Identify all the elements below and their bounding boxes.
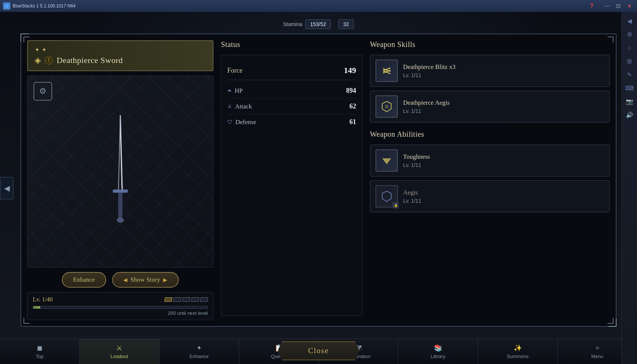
diamond-1 bbox=[164, 297, 172, 302]
weapon-name: Deathpierce Sword bbox=[57, 56, 123, 65]
skills-panel: Weapon Skills Deathpierce B bbox=[370, 40, 610, 320]
game-area: Stamina 153/52 32 ◀ ▶ ✦ ✦ ◈ bbox=[0, 12, 637, 364]
level-bar bbox=[33, 306, 208, 309]
skill-icon-aegis: II bbox=[375, 95, 398, 118]
maximize-button[interactable]: ⊡ bbox=[614, 3, 623, 9]
bluestacks-logo bbox=[3, 2, 10, 10]
force-value: 149 bbox=[344, 66, 356, 75]
sidebar-icon-1[interactable]: ◀ bbox=[624, 15, 636, 27]
nav-label-loadout: Loadout bbox=[111, 354, 128, 359]
sidebar-icon-5[interactable]: ✎ bbox=[624, 69, 636, 80]
nav-item-enhance[interactable]: ✦ Enhance bbox=[159, 339, 239, 364]
defense-icon: 🛡 bbox=[227, 119, 232, 125]
weapon-header: ✦ ✦ ◈ ! Deathpierce Sword bbox=[27, 40, 213, 71]
nav-icon-top: ◼ bbox=[37, 344, 42, 352]
show-story-label: Show Story bbox=[130, 276, 160, 283]
minimize-button[interactable]: — bbox=[603, 3, 612, 9]
attack-label: ⚔ Attack bbox=[227, 103, 252, 110]
sidebar-icon-2[interactable]: ⚙ bbox=[624, 28, 636, 40]
stamina-value: 153/52 bbox=[305, 19, 331, 29]
nav-item-loadout[interactable]: ⚔ Loadout bbox=[80, 339, 159, 364]
nav-label-menu: Menu bbox=[591, 354, 603, 359]
level-next-text: 200 until next level bbox=[33, 310, 208, 316]
attack-value: 62 bbox=[349, 102, 356, 110]
close-button[interactable]: Close bbox=[278, 341, 359, 360]
stats-container: Force 149 ❧ HP 894 ⚔ bbox=[221, 55, 362, 316]
skill-name-aegis: Deathpierce Aegis bbox=[403, 99, 604, 107]
ability-name-aegis-locked: Aegis bbox=[403, 189, 604, 196]
nav-icon-enhance: ✦ bbox=[196, 344, 202, 352]
skill-info-blitz: Deathpierce Blitz x3 Lv. 1/11 bbox=[403, 63, 604, 78]
nav-label-summons: Summons bbox=[507, 354, 529, 359]
weapon-quality-icon: ◈ bbox=[35, 56, 41, 65]
weapon-warning-icon: ! bbox=[45, 56, 53, 64]
status-panel: Status Force 149 ❧ HP 894 bbox=[221, 40, 362, 320]
corner-bl bbox=[23, 318, 29, 324]
show-story-button[interactable]: ◀ Show Story ▶ bbox=[112, 272, 179, 288]
weapon-skills-section: Weapon Skills Deathpierce B bbox=[370, 40, 610, 123]
ability-name-toughness: Toughness bbox=[403, 153, 604, 161]
svg-text:II: II bbox=[385, 104, 389, 109]
story-arrow-left: ◀ bbox=[123, 277, 128, 283]
level-bar-fill bbox=[33, 306, 40, 308]
attack-icon: ⚔ bbox=[227, 103, 232, 110]
sidebar-icon-7[interactable]: 📷 bbox=[624, 95, 636, 107]
lock-symbol: ⚙ bbox=[39, 86, 47, 96]
svg-marker-0 bbox=[4, 4, 9, 8]
ability-level-toughness: Lv. 1/11 bbox=[403, 162, 604, 168]
nav-item-top[interactable]: ◼ Top bbox=[0, 339, 80, 364]
force-stat-row: Force 149 bbox=[227, 61, 356, 80]
sidebar-icon-8[interactable]: 🔊 bbox=[624, 109, 636, 121]
nav-item-library[interactable]: 📚 Library bbox=[398, 339, 478, 364]
action-buttons: Enhance ◀ Show Story ▶ bbox=[27, 272, 213, 288]
level-section: Lv. 1/40 200 until next level bbox=[27, 292, 213, 320]
diamond-2 bbox=[173, 297, 181, 302]
stamina-display: Stamina 153/52 bbox=[283, 19, 331, 29]
close-btn-wrapper: Close bbox=[278, 341, 359, 360]
close-window-button[interactable]: ✕ bbox=[625, 3, 634, 9]
skill-level-blitz: Lv. 1/11 bbox=[403, 72, 604, 78]
skill-card-aegis[interactable]: II Deathpierce Aegis Lv. 1/11 bbox=[370, 91, 610, 123]
skill-card-blitz[interactable]: Deathpierce Blitz x3 Lv. 1/11 bbox=[370, 55, 610, 87]
help-icon[interactable]: ❓ bbox=[588, 3, 595, 9]
ability-icon-toughness bbox=[375, 149, 398, 172]
corner-tl bbox=[23, 37, 29, 42]
diamond-3 bbox=[182, 297, 190, 302]
svg-rect-3 bbox=[113, 190, 128, 193]
attack-stat-row: ⚔ Attack 62 bbox=[227, 99, 356, 114]
sidebar-icon-4[interactable]: ⊞ bbox=[624, 55, 636, 67]
skill-icon-blitz bbox=[375, 60, 398, 82]
sidebar-icon-6[interactable]: ⌨ bbox=[624, 82, 636, 94]
hp-label: ❧ HP bbox=[227, 87, 243, 95]
weapon-image bbox=[98, 108, 143, 236]
top-hud: Stamina 153/52 32 bbox=[0, 15, 637, 34]
weapon-level: Lv. 1/40 bbox=[33, 296, 53, 303]
hp-value: 894 bbox=[346, 87, 356, 95]
titlebar: BlueStacks 1 5.1.100.1017 N64 ❓ — ⊡ ✕ bbox=[0, 0, 637, 12]
ability-card-aegis-locked[interactable]: 🔒 Aegis Lv. 1/11 bbox=[370, 180, 610, 212]
skill-level-aegis: Lv. 1/11 bbox=[403, 108, 604, 114]
star-2: ✦ bbox=[42, 46, 47, 53]
nav-label-library: Library bbox=[431, 354, 446, 359]
sidebar-icon-3[interactable]: ⌂ bbox=[624, 42, 636, 54]
ability-info-aegis-locked: Aegis Lv. 1/11 bbox=[403, 189, 604, 204]
ability-card-toughness[interactable]: Toughness Lv. 1/11 bbox=[370, 145, 610, 177]
ability-info-toughness: Toughness Lv. 1/11 bbox=[403, 153, 604, 168]
story-arrow-right: ▶ bbox=[163, 277, 168, 283]
weapon-abilities-title: Weapon Abilities bbox=[370, 130, 610, 139]
svg-rect-4 bbox=[118, 193, 122, 219]
ability-level-aegis-locked: Lv. 1/11 bbox=[403, 198, 604, 204]
weapon-abilities-section: Weapon Abilities Toughness Lv. 1/11 bbox=[370, 130, 610, 212]
scroll-left-arrow[interactable]: ◀ bbox=[0, 177, 13, 199]
hp-stat-row: ❧ HP 894 bbox=[227, 83, 356, 99]
weapon-lock-icon[interactable]: ⚙ bbox=[34, 82, 52, 101]
nav-label-top: Top bbox=[36, 354, 44, 359]
weapon-panel: ✦ ✦ ◈ ! Deathpierce Sword ⚙ bbox=[27, 40, 213, 320]
svg-marker-13 bbox=[382, 158, 391, 164]
stamina-label: Stamina bbox=[283, 21, 302, 27]
enhance-button[interactable]: Enhance bbox=[62, 272, 106, 288]
nav-item-summons[interactable]: ✨ Summons bbox=[478, 339, 558, 364]
weapon-skills-title: Weapon Skills bbox=[370, 40, 610, 49]
svg-point-5 bbox=[117, 218, 124, 222]
lock-overlay: 🔒 bbox=[393, 202, 399, 208]
